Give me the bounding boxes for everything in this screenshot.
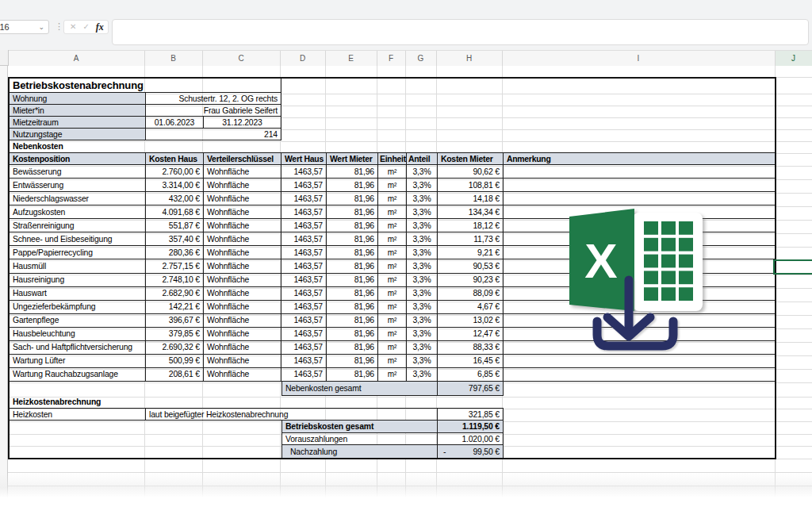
cell-einheit[interactable]: m²	[378, 301, 407, 314]
cell-kostenposition[interactable]: Hauswart	[10, 287, 146, 301]
betriebskosten-gesamt-value[interactable]: 1.119,50 €	[438, 421, 504, 433]
cell-kosten-haus[interactable]: 379,85 €	[146, 328, 204, 341]
cell-anteil[interactable]: 3,3%	[407, 179, 438, 192]
cell-anteil[interactable]: 3,3%	[407, 368, 438, 382]
cell-einheit[interactable]: m²	[378, 205, 407, 219]
cell-kosten-mieter[interactable]: 90,53 €	[438, 259, 504, 273]
cell-wert-haus[interactable]: 1463,57	[282, 205, 327, 219]
cell-kosten-mieter[interactable]: 16,45 €	[438, 355, 504, 368]
column-header-e[interactable]: E	[325, 51, 377, 66]
cell-kostenposition[interactable]: Hausmüll	[10, 259, 146, 273]
empty-cell[interactable]	[146, 396, 775, 408]
column-header-g[interactable]: G	[405, 51, 436, 66]
cell-verteilerschluessel[interactable]: Wohnfläche	[204, 165, 282, 179]
empty-cell[interactable]	[10, 433, 282, 445]
empty-cell[interactable]	[282, 129, 775, 140]
cell-kosten-haus[interactable]: 2.757,15 €	[146, 259, 204, 273]
column-header-j[interactable]: J	[775, 51, 812, 66]
cell-einheit[interactable]: m²	[378, 259, 407, 273]
value-wohnung[interactable]: Schustertr. 12, 2. OG rechts	[146, 93, 282, 105]
cell-kostenposition[interactable]: Entwässerung	[10, 179, 146, 192]
cell-kostenposition[interactable]: Sach- und Haftpflichtversicherung	[10, 341, 146, 355]
cell-kosten-mieter[interactable]: 90,62 €	[438, 165, 504, 179]
cell-verteilerschluessel[interactable]: Wohnfläche	[204, 205, 282, 219]
cancel-icon[interactable]: ✕	[70, 23, 76, 31]
cell-kosten-mieter[interactable]: 14,18 €	[438, 192, 504, 205]
cell-kosten-mieter[interactable]: 12,47 €	[438, 328, 504, 341]
cell-verteilerschluessel[interactable]: Wohnfläche	[204, 232, 282, 246]
cell-verteilerschluessel[interactable]: Wohnfläche	[204, 287, 282, 301]
cell-anmerkung[interactable]	[504, 368, 775, 382]
cell-wert-haus[interactable]: 1463,57	[282, 165, 327, 179]
cell-verteilerschluessel[interactable]: Wohnfläche	[204, 179, 282, 192]
cell-verteilerschluessel[interactable]: Wohnfläche	[204, 259, 282, 273]
cell-wert-haus[interactable]: 1463,57	[282, 219, 327, 232]
col-kosten-mieter[interactable]: Kosten Mieter	[438, 152, 504, 165]
col-verteilerschluessel[interactable]: Verteilerschlüssel	[204, 152, 282, 165]
value-mietzeitraum-von[interactable]: 01.06.2023	[146, 117, 204, 129]
cell-kosten-haus[interactable]: 2.690,32 €	[146, 341, 204, 355]
value-mietzeitraum-bis[interactable]: 31.12.2023	[204, 117, 282, 129]
cell-einheit[interactable]: m²	[378, 341, 407, 355]
cell-einheit[interactable]: m²	[378, 192, 407, 205]
cell-kosten-haus[interactable]: 357,40 €	[146, 232, 204, 246]
cell-verteilerschluessel[interactable]: Wohnfläche	[204, 314, 282, 328]
cell-verteilerschluessel[interactable]: Wohnfläche	[204, 355, 282, 368]
empty-cell[interactable]	[504, 408, 775, 421]
col-wert-mieter[interactable]: Wert Mieter	[327, 152, 378, 165]
empty-cell[interactable]	[10, 421, 282, 433]
cell-anteil[interactable]: 3,3%	[407, 301, 438, 314]
cell-wert-haus[interactable]: 1463,57	[282, 179, 327, 192]
vorauszahlungen-label[interactable]: Vorauszahlungen	[282, 433, 438, 445]
cell-kostenposition[interactable]: Schnee- und Eisbeseitigung	[10, 232, 146, 246]
empty-cell[interactable]	[146, 140, 775, 152]
cell-einheit[interactable]: m²	[378, 328, 407, 341]
cell-wert-mieter[interactable]: 81,96	[327, 192, 378, 205]
cell-wert-mieter[interactable]: 81,96	[327, 205, 378, 219]
cell-verteilerschluessel[interactable]: Wohnfläche	[204, 219, 282, 232]
cell-kosten-mieter[interactable]: 13,02 €	[438, 314, 504, 328]
col-anmerkung[interactable]: Anmerkung	[504, 152, 775, 165]
empty-cell[interactable]	[10, 445, 282, 458]
label-mieter[interactable]: Mieter*in	[10, 105, 146, 117]
cell-anteil[interactable]: 3,3%	[407, 246, 438, 259]
cell-kostenposition[interactable]: Niederschlagswasser	[10, 192, 146, 205]
chevron-down-icon[interactable]: ⌄	[38, 24, 44, 31]
empty-cell[interactable]	[504, 433, 775, 445]
heizkosten-value[interactable]: 321,85 €	[438, 408, 504, 421]
cell-wert-haus[interactable]: 1463,57	[282, 274, 327, 287]
cell-anteil[interactable]: 3,3%	[407, 232, 438, 246]
cell-wert-mieter[interactable]: 81,96	[327, 328, 378, 341]
cell-wert-haus[interactable]: 1463,57	[282, 287, 327, 301]
cell-wert-haus[interactable]: 1463,57	[282, 368, 327, 382]
cell-einheit[interactable]: m²	[378, 368, 407, 382]
col-kosten-haus[interactable]: Kosten Haus	[146, 152, 204, 165]
cell-kosten-haus[interactable]: 3.314,00 €	[146, 179, 204, 192]
cell-verteilerschluessel[interactable]: Wohnfläche	[204, 341, 282, 355]
cell-verteilerschluessel[interactable]: Wohnfläche	[204, 301, 282, 314]
cell-wert-mieter[interactable]: 81,96	[327, 232, 378, 246]
empty-cell[interactable]	[282, 79, 775, 93]
cell-kostenposition[interactable]: Wartung Rauchabzugsanlage	[10, 368, 146, 382]
cell-kosten-haus[interactable]: 4.091,68 €	[146, 205, 204, 219]
cell-wert-mieter[interactable]: 81,96	[327, 179, 378, 192]
cell-wert-mieter[interactable]: 81,96	[327, 301, 378, 314]
cell-wert-mieter[interactable]: 81,96	[327, 259, 378, 273]
cell-wert-haus[interactable]: 1463,57	[282, 246, 327, 259]
cell-anteil[interactable]: 3,3%	[407, 314, 438, 328]
select-all-corner[interactable]	[0, 50, 9, 66]
cell-anteil[interactable]: 3,3%	[407, 219, 438, 232]
nebenkosten-gesamt-value[interactable]: 797,65 €	[438, 382, 504, 396]
formula-input[interactable]	[112, 19, 809, 45]
empty-cell[interactable]	[282, 117, 775, 129]
column-header-i[interactable]: I	[502, 51, 775, 66]
cell-kosten-mieter[interactable]: 90,23 €	[438, 274, 504, 287]
vorauszahlungen-value[interactable]: 1.020,00 €	[438, 433, 504, 445]
cell-wert-mieter[interactable]: 81,96	[327, 341, 378, 355]
heizkosten-label[interactable]: Heizkosten	[10, 408, 146, 421]
cell-kostenposition[interactable]: Gartenpflege	[10, 314, 146, 328]
cell-einheit[interactable]: m²	[378, 165, 407, 179]
col-anteil[interactable]: Anteil	[407, 152, 438, 165]
cell-kosten-haus[interactable]: 142,21 €	[146, 301, 204, 314]
section-nebenkosten[interactable]: Nebenkosten	[10, 140, 146, 152]
